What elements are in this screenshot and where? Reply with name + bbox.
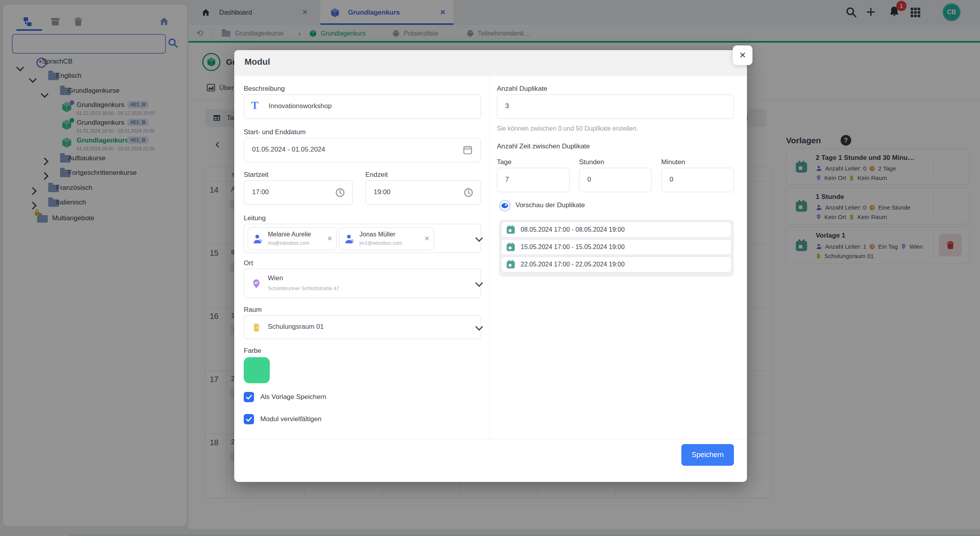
- checkbox-checked[interactable]: [244, 392, 254, 402]
- leiter-chip: Melanie Aurelie ma@edoobox.com ✕: [248, 227, 337, 250]
- leitung-select[interactable]: Melanie Aurelie ma@edoobox.com ✕ Jonas M…: [244, 224, 481, 253]
- farbe-label: Farbe: [244, 347, 261, 355]
- chevron-down-icon[interactable]: [475, 323, 483, 331]
- ort-address: Schönbrunner Schloßstraße 47: [268, 285, 339, 291]
- anzahl-duplikate-input[interactable]: 3: [497, 94, 734, 119]
- calendar-icon: [506, 259, 516, 270]
- beschreibung-value[interactable]: Innovationsworkshop: [269, 102, 332, 110]
- startzeit-value[interactable]: 17:00: [252, 188, 269, 196]
- check-icon: [245, 393, 253, 401]
- leiter-chip: Jonas Müller jm1@edoobox.com ✕: [339, 227, 434, 250]
- footer-divider: [234, 439, 747, 439]
- stunden-value[interactable]: 0: [587, 176, 591, 184]
- check-icon: [245, 415, 253, 423]
- duplikat-item[interactable]: 22.05.2024 17:00 - 22.05.2024 19:00: [501, 257, 732, 272]
- leitung-label: Leitung: [244, 214, 266, 222]
- calendar-icon: [506, 242, 516, 252]
- leiter-name: Jonas Müller: [359, 231, 395, 238]
- leiter-email: jm1@edoobox.com: [359, 240, 402, 246]
- duplikat-item[interactable]: 15.05.2024 17:00 - 15.05.2024 19:00: [501, 239, 732, 255]
- stunden-label: Stunden: [579, 158, 604, 166]
- chevron-down-icon[interactable]: [475, 279, 483, 287]
- tage-label: Tage: [497, 158, 512, 166]
- minuten-label: Minuten: [661, 158, 685, 166]
- duplikat-range: 08.05.2024 17:00 - 08.05.2024 19:00: [521, 226, 624, 233]
- raum-value: Schulungsraum 01: [268, 323, 324, 331]
- modal-header: Modul: [234, 50, 747, 75]
- farbe-swatch[interactable]: [244, 357, 270, 383]
- modal-title: Modul: [245, 57, 270, 67]
- beschreibung-label: Beschreibung: [244, 85, 285, 93]
- chevron-down-icon[interactable]: [475, 234, 483, 242]
- startzeit-input[interactable]: 17:00: [244, 180, 353, 205]
- ort-label: Ort: [244, 259, 253, 267]
- duplikate-helper-text: Sie können zwischen 0 und 50 Duplikate e…: [497, 125, 638, 132]
- modul-dialog: Modul ✕ Beschreibung T Innovationsworksh…: [234, 50, 747, 482]
- duplikate-list: 08.05.2024 17:00 - 08.05.2024 19:00 15.0…: [499, 220, 734, 277]
- endzeit-input[interactable]: 19:00: [365, 180, 481, 205]
- calendar-icon[interactable]: [463, 145, 473, 155]
- datum-value[interactable]: 01.05.2024 - 01.05.2024: [252, 146, 325, 154]
- minuten-input[interactable]: 0: [661, 168, 734, 192]
- calendar-icon: [506, 225, 516, 235]
- duplikat-range: 15.05.2024 17:00 - 15.05.2024 19:00: [521, 244, 624, 251]
- ort-select[interactable]: Wien Schönbrunner Schloßstraße 47: [244, 269, 481, 298]
- pin-icon: [251, 278, 261, 290]
- checkbox-label[interactable]: Modul vervielfältigen: [260, 415, 322, 423]
- vorschau-label: Vorschau der Duplikate: [515, 201, 585, 209]
- endzeit-value[interactable]: 19:00: [374, 188, 391, 196]
- startzeit-label: Startzeit: [244, 171, 268, 179]
- ort-value: Wien: [268, 274, 283, 282]
- datum-label: Start- und Enddatum: [244, 128, 306, 136]
- zeit-zwischen-label: Anzahl Zeit zwischen Duplikate: [497, 142, 590, 150]
- door-icon: [252, 322, 261, 333]
- clock-icon[interactable]: [335, 187, 345, 198]
- duplikat-item[interactable]: 08.05.2024 17:00 - 08.05.2024 19:00: [501, 222, 732, 238]
- datum-input[interactable]: 01.05.2024 - 01.05.2024: [244, 138, 481, 162]
- text-format-icon: T: [251, 99, 258, 112]
- modal-close-button[interactable]: ✕: [733, 45, 752, 65]
- duplikat-range: 22.05.2024 17:00 - 22.05.2024 19:00: [521, 261, 624, 268]
- beschreibung-input[interactable]: T Innovationsworkshop: [244, 94, 481, 119]
- checkbox-label[interactable]: Als Vorlage Speichern: [260, 393, 326, 401]
- screen: SprachCB Englisch Grundlagenkurse Grundl…: [0, 0, 980, 536]
- tage-value[interactable]: 7: [505, 176, 509, 184]
- vorschau-toggle[interactable]: [499, 200, 511, 212]
- clock-icon[interactable]: [463, 187, 474, 198]
- leiter-name: Melanie Aurelie: [268, 231, 311, 238]
- tage-input[interactable]: 7: [497, 168, 570, 192]
- column-divider: [489, 75, 490, 439]
- person-icon: [344, 233, 355, 245]
- person-icon: [252, 233, 263, 245]
- eye-icon: [500, 201, 510, 211]
- remove-leiter-icon[interactable]: ✕: [327, 235, 332, 242]
- raum-label: Raum: [244, 306, 261, 314]
- anzahl-duplikate-label: Anzahl Duplikate: [497, 85, 547, 93]
- endzeit-label: Endzeit: [365, 171, 388, 179]
- anzahl-duplikate-value[interactable]: 3: [505, 102, 509, 110]
- checkbox-checked[interactable]: [244, 414, 254, 424]
- raum-select[interactable]: Schulungsraum 01: [244, 315, 481, 339]
- leiter-email: ma@edoobox.com: [268, 240, 309, 246]
- save-button[interactable]: Speichern: [681, 444, 734, 466]
- minuten-value[interactable]: 0: [670, 176, 673, 184]
- remove-leiter-icon[interactable]: ✕: [424, 235, 429, 242]
- stunden-input[interactable]: 0: [579, 168, 652, 192]
